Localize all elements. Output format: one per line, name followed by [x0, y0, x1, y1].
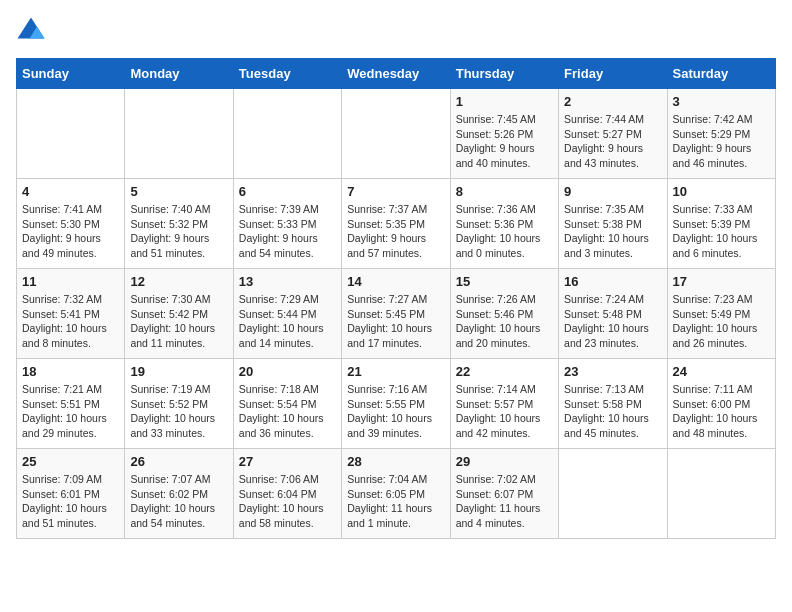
day-info: Sunrise: 7:27 AM Sunset: 5:45 PM Dayligh…	[347, 292, 444, 351]
day-number: 4	[22, 184, 119, 199]
day-number: 10	[673, 184, 770, 199]
day-info: Sunrise: 7:26 AM Sunset: 5:46 PM Dayligh…	[456, 292, 553, 351]
day-number: 26	[130, 454, 227, 469]
day-number: 27	[239, 454, 336, 469]
day-info: Sunrise: 7:09 AM Sunset: 6:01 PM Dayligh…	[22, 472, 119, 531]
day-number: 11	[22, 274, 119, 289]
day-number: 20	[239, 364, 336, 379]
day-info: Sunrise: 7:16 AM Sunset: 5:55 PM Dayligh…	[347, 382, 444, 441]
day-cell: 7Sunrise: 7:37 AM Sunset: 5:35 PM Daylig…	[342, 179, 450, 269]
day-cell: 16Sunrise: 7:24 AM Sunset: 5:48 PM Dayli…	[559, 269, 667, 359]
day-info: Sunrise: 7:30 AM Sunset: 5:42 PM Dayligh…	[130, 292, 227, 351]
day-info: Sunrise: 7:35 AM Sunset: 5:38 PM Dayligh…	[564, 202, 661, 261]
day-info: Sunrise: 7:18 AM Sunset: 5:54 PM Dayligh…	[239, 382, 336, 441]
day-number: 23	[564, 364, 661, 379]
week-row-5: 25Sunrise: 7:09 AM Sunset: 6:01 PM Dayli…	[17, 449, 776, 539]
day-cell	[559, 449, 667, 539]
day-number: 8	[456, 184, 553, 199]
day-number: 12	[130, 274, 227, 289]
day-cell: 6Sunrise: 7:39 AM Sunset: 5:33 PM Daylig…	[233, 179, 341, 269]
day-info: Sunrise: 7:32 AM Sunset: 5:41 PM Dayligh…	[22, 292, 119, 351]
day-cell: 12Sunrise: 7:30 AM Sunset: 5:42 PM Dayli…	[125, 269, 233, 359]
day-number: 17	[673, 274, 770, 289]
day-cell: 17Sunrise: 7:23 AM Sunset: 5:49 PM Dayli…	[667, 269, 775, 359]
week-row-1: 1Sunrise: 7:45 AM Sunset: 5:26 PM Daylig…	[17, 89, 776, 179]
day-info: Sunrise: 7:36 AM Sunset: 5:36 PM Dayligh…	[456, 202, 553, 261]
day-info: Sunrise: 7:13 AM Sunset: 5:58 PM Dayligh…	[564, 382, 661, 441]
day-cell: 22Sunrise: 7:14 AM Sunset: 5:57 PM Dayli…	[450, 359, 558, 449]
header	[16, 16, 776, 46]
day-info: Sunrise: 7:45 AM Sunset: 5:26 PM Dayligh…	[456, 112, 553, 171]
day-cell: 19Sunrise: 7:19 AM Sunset: 5:52 PM Dayli…	[125, 359, 233, 449]
day-cell: 2Sunrise: 7:44 AM Sunset: 5:27 PM Daylig…	[559, 89, 667, 179]
day-info: Sunrise: 7:07 AM Sunset: 6:02 PM Dayligh…	[130, 472, 227, 531]
day-cell: 26Sunrise: 7:07 AM Sunset: 6:02 PM Dayli…	[125, 449, 233, 539]
day-info: Sunrise: 7:41 AM Sunset: 5:30 PM Dayligh…	[22, 202, 119, 261]
day-info: Sunrise: 7:23 AM Sunset: 5:49 PM Dayligh…	[673, 292, 770, 351]
day-info: Sunrise: 7:04 AM Sunset: 6:05 PM Dayligh…	[347, 472, 444, 531]
day-number: 19	[130, 364, 227, 379]
day-number: 28	[347, 454, 444, 469]
week-row-3: 11Sunrise: 7:32 AM Sunset: 5:41 PM Dayli…	[17, 269, 776, 359]
day-info: Sunrise: 7:33 AM Sunset: 5:39 PM Dayligh…	[673, 202, 770, 261]
day-info: Sunrise: 7:37 AM Sunset: 5:35 PM Dayligh…	[347, 202, 444, 261]
week-row-4: 18Sunrise: 7:21 AM Sunset: 5:51 PM Dayli…	[17, 359, 776, 449]
day-info: Sunrise: 7:24 AM Sunset: 5:48 PM Dayligh…	[564, 292, 661, 351]
day-cell: 4Sunrise: 7:41 AM Sunset: 5:30 PM Daylig…	[17, 179, 125, 269]
day-cell: 3Sunrise: 7:42 AM Sunset: 5:29 PM Daylig…	[667, 89, 775, 179]
column-header-saturday: Saturday	[667, 59, 775, 89]
day-number: 21	[347, 364, 444, 379]
column-header-wednesday: Wednesday	[342, 59, 450, 89]
day-cell: 27Sunrise: 7:06 AM Sunset: 6:04 PM Dayli…	[233, 449, 341, 539]
day-number: 15	[456, 274, 553, 289]
day-number: 3	[673, 94, 770, 109]
column-header-sunday: Sunday	[17, 59, 125, 89]
column-header-monday: Monday	[125, 59, 233, 89]
day-info: Sunrise: 7:11 AM Sunset: 6:00 PM Dayligh…	[673, 382, 770, 441]
day-number: 7	[347, 184, 444, 199]
day-cell: 24Sunrise: 7:11 AM Sunset: 6:00 PM Dayli…	[667, 359, 775, 449]
day-cell	[233, 89, 341, 179]
day-cell: 8Sunrise: 7:36 AM Sunset: 5:36 PM Daylig…	[450, 179, 558, 269]
day-number: 18	[22, 364, 119, 379]
day-cell	[342, 89, 450, 179]
day-info: Sunrise: 7:14 AM Sunset: 5:57 PM Dayligh…	[456, 382, 553, 441]
day-cell: 28Sunrise: 7:04 AM Sunset: 6:05 PM Dayli…	[342, 449, 450, 539]
day-info: Sunrise: 7:19 AM Sunset: 5:52 PM Dayligh…	[130, 382, 227, 441]
day-number: 13	[239, 274, 336, 289]
day-cell: 25Sunrise: 7:09 AM Sunset: 6:01 PM Dayli…	[17, 449, 125, 539]
day-cell: 10Sunrise: 7:33 AM Sunset: 5:39 PM Dayli…	[667, 179, 775, 269]
day-cell: 11Sunrise: 7:32 AM Sunset: 5:41 PM Dayli…	[17, 269, 125, 359]
column-header-thursday: Thursday	[450, 59, 558, 89]
day-number: 1	[456, 94, 553, 109]
day-cell: 18Sunrise: 7:21 AM Sunset: 5:51 PM Dayli…	[17, 359, 125, 449]
day-info: Sunrise: 7:21 AM Sunset: 5:51 PM Dayligh…	[22, 382, 119, 441]
day-info: Sunrise: 7:02 AM Sunset: 6:07 PM Dayligh…	[456, 472, 553, 531]
day-number: 14	[347, 274, 444, 289]
calendar-table: SundayMondayTuesdayWednesdayThursdayFrid…	[16, 58, 776, 539]
day-cell: 21Sunrise: 7:16 AM Sunset: 5:55 PM Dayli…	[342, 359, 450, 449]
logo-icon	[16, 16, 46, 46]
day-info: Sunrise: 7:29 AM Sunset: 5:44 PM Dayligh…	[239, 292, 336, 351]
day-cell: 5Sunrise: 7:40 AM Sunset: 5:32 PM Daylig…	[125, 179, 233, 269]
day-number: 24	[673, 364, 770, 379]
day-info: Sunrise: 7:06 AM Sunset: 6:04 PM Dayligh…	[239, 472, 336, 531]
column-header-tuesday: Tuesday	[233, 59, 341, 89]
day-number: 2	[564, 94, 661, 109]
day-cell: 15Sunrise: 7:26 AM Sunset: 5:46 PM Dayli…	[450, 269, 558, 359]
day-cell: 14Sunrise: 7:27 AM Sunset: 5:45 PM Dayli…	[342, 269, 450, 359]
day-cell: 1Sunrise: 7:45 AM Sunset: 5:26 PM Daylig…	[450, 89, 558, 179]
day-cell: 29Sunrise: 7:02 AM Sunset: 6:07 PM Dayli…	[450, 449, 558, 539]
day-number: 6	[239, 184, 336, 199]
day-info: Sunrise: 7:39 AM Sunset: 5:33 PM Dayligh…	[239, 202, 336, 261]
day-number: 29	[456, 454, 553, 469]
day-cell	[125, 89, 233, 179]
week-row-2: 4Sunrise: 7:41 AM Sunset: 5:30 PM Daylig…	[17, 179, 776, 269]
day-info: Sunrise: 7:40 AM Sunset: 5:32 PM Dayligh…	[130, 202, 227, 261]
day-number: 25	[22, 454, 119, 469]
day-number: 5	[130, 184, 227, 199]
day-cell: 13Sunrise: 7:29 AM Sunset: 5:44 PM Dayli…	[233, 269, 341, 359]
day-cell: 9Sunrise: 7:35 AM Sunset: 5:38 PM Daylig…	[559, 179, 667, 269]
column-header-friday: Friday	[559, 59, 667, 89]
day-cell: 20Sunrise: 7:18 AM Sunset: 5:54 PM Dayli…	[233, 359, 341, 449]
